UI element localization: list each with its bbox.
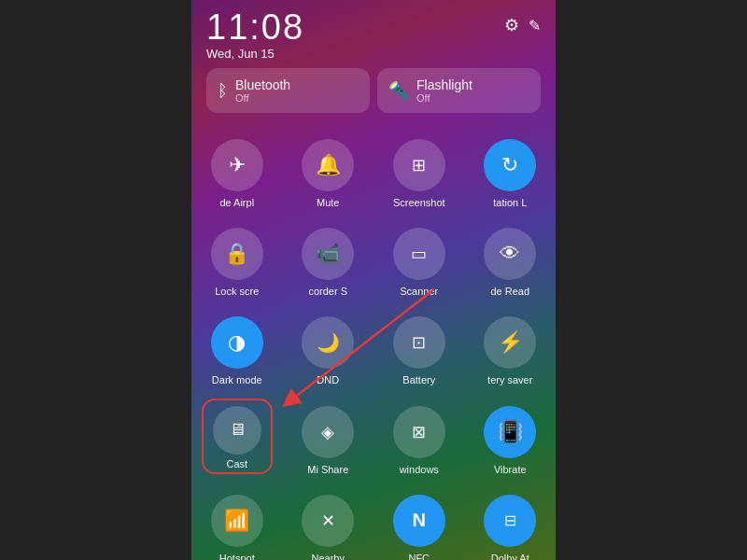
bluetooth-tile[interactable]: ᛒ Bluetooth Off [206,68,370,113]
icon-hotspot[interactable]: 📶 Hotspot [191,483,283,560]
dnd-label: DND [317,374,339,386]
icon-recorder[interactable]: 📹 corder S [283,217,374,305]
time-display: 11:08 [206,9,304,45]
recorder-icon: 📹 [316,242,341,266]
reader-icon: 👁 [500,242,520,266]
icon-screenshot[interactable]: ⊞ Screenshot [374,128,465,217]
lockscreen-label: Lock scre [215,286,259,298]
icon-cast[interactable]: 🖥 Cast [191,395,283,483]
icon-battery[interactable]: ⊡ Battery [374,305,465,394]
windows-icon: ⊠ [412,422,426,442]
battery-icon: ⊡ [412,332,426,353]
status-bar: 11:08 Wed, Jun 15 ⚙ ✎ [191,0,556,61]
flashlight-tile[interactable]: 🔦 Flashlight Off [377,68,541,113]
darkmode-icon: ◑ [228,330,246,355]
cast-label: Cast [226,458,247,470]
recorder-label: corder S [308,286,347,298]
screenshot-label: Screenshot [393,197,445,209]
edit-icon[interactable]: ✎ [529,17,541,35]
icon-scanner[interactable]: ▭ Scanner [374,217,465,305]
airplane-icon: ✈ [229,153,246,177]
settings-icon[interactable]: ⚙ [504,15,519,35]
rotation-icon: ↻ [501,153,518,177]
screenshot-icon: ⊞ [412,155,426,175]
icons-grid: ✈ de Airpl 🔔 Mute ⊞ Screenshot ↻ tation … [191,120,556,560]
icon-nfc[interactable]: N NFC [374,483,465,560]
phone-screen: 11:08 Wed, Jun 15 ⚙ ✎ ᛒ Bluetooth Off 🔦 … [191,0,556,560]
icon-mishare[interactable]: ◈ Mi Share [283,395,374,483]
cast-icon: 🖥 [229,420,246,440]
dolby-icon: ⊟ [504,511,516,529]
hotspot-icon: 📶 [224,509,249,533]
lock-icon: 🔒 [224,242,249,266]
icon-nearby[interactable]: ✕ Nearby [283,483,374,560]
flashlight-icon: 🔦 [388,80,409,101]
quick-tiles-row: ᛒ Bluetooth Off 🔦 Flashlight Off [191,61,556,120]
bluetooth-label: Bluetooth [235,77,290,92]
scanner-label: Scanner [400,286,438,298]
mishare-label: Mi Share [307,464,348,476]
vibrate-icon: 📳 [498,420,523,444]
date-display: Wed, Jun 15 [206,47,304,61]
icon-vibrate[interactable]: 📳 Vibrate [465,395,557,483]
rotation-label: tation L [493,197,527,209]
dnd-icon: 🌙 [317,331,340,354]
icon-batterysaver[interactable]: ⚡ tery saver [465,305,557,394]
icon-windows[interactable]: ⊠ windows [374,395,465,483]
batterysaver-label: tery saver [487,374,532,386]
hotspot-label: Hotspot [219,553,255,560]
vibrate-label: Vibrate [494,464,527,476]
icon-dolby[interactable]: ⊟ Dolby At [465,483,557,560]
mishare-icon: ◈ [321,422,334,442]
scanner-icon: ▭ [411,244,427,264]
nfc-icon: N [413,510,426,531]
icon-mute[interactable]: 🔔 Mute [283,128,374,217]
reader-label: de Read [490,286,529,298]
icon-dnd[interactable]: 🌙 DND [283,305,374,394]
bluetooth-icon: ᛒ [218,81,228,101]
icon-lockscreen[interactable]: 🔒 Lock scre [191,217,283,305]
bluetooth-sub: Off [235,92,290,104]
icon-rotation[interactable]: ↻ tation L [465,128,557,217]
mute-icon: 🔔 [316,153,341,177]
nearby-label: Nearby [312,553,345,560]
batterysaver-icon: ⚡ [498,330,523,355]
battery-label: Battery [402,374,435,386]
windows-label: windows [400,464,439,476]
nfc-label: NFC [408,553,430,560]
icon-darkmode[interactable]: ◑ Dark mode [191,305,283,394]
airplane-label: de Airpl [219,197,254,209]
mute-label: Mute [317,197,339,209]
nearby-icon: ✕ [321,511,335,531]
darkmode-label: Dark mode [212,374,262,386]
icon-reader[interactable]: 👁 de Read [465,217,557,305]
flashlight-label: Flashlight [416,77,472,92]
dolby-label: Dolby At [491,553,529,560]
flashlight-sub: Off [416,92,472,104]
icon-airplane[interactable]: ✈ de Airpl [191,128,283,217]
